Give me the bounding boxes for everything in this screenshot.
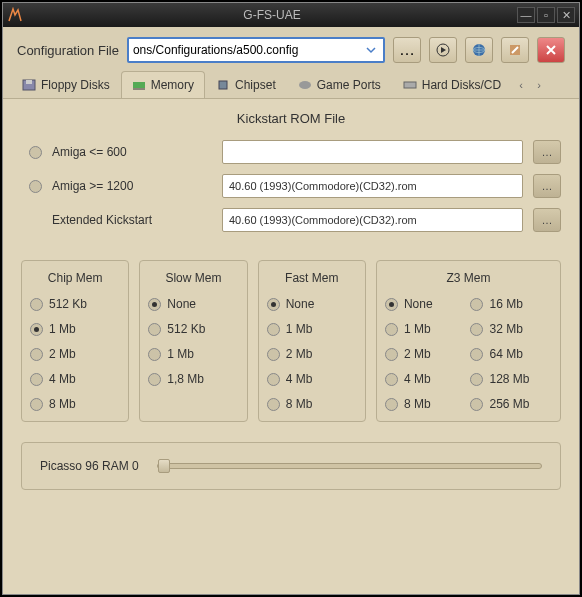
mem-option[interactable]: 32 Mb — [470, 322, 552, 336]
mem-option[interactable]: 1 Mb — [267, 322, 357, 336]
svg-rect-7 — [219, 81, 227, 89]
tab-label: Hard Disks/CD — [422, 78, 501, 92]
mem-option[interactable]: 1 Mb — [30, 322, 120, 336]
mem-option[interactable]: 1 Mb — [148, 347, 238, 361]
chevron-down-icon[interactable] — [363, 42, 379, 58]
radio-icon[interactable] — [385, 398, 398, 411]
radio-icon[interactable] — [385, 348, 398, 361]
mem-option-label: 1 Mb — [167, 347, 194, 361]
radio-icon[interactable] — [148, 373, 161, 386]
radio-icon[interactable] — [30, 348, 43, 361]
radio-icon[interactable] — [267, 398, 280, 411]
mem-option-label: 1 Mb — [49, 322, 76, 336]
tab-game-ports[interactable]: Game Ports — [287, 71, 392, 98]
radio-icon[interactable] — [470, 348, 483, 361]
fast-mem-group: Fast Mem None1 Mb2 Mb4 Mb8 Mb — [258, 260, 366, 422]
radio-amiga600[interactable] — [29, 146, 42, 159]
globe-button[interactable] — [465, 37, 493, 63]
mem-option[interactable]: 8 Mb — [30, 397, 120, 411]
mem-option[interactable]: 512 Kb — [148, 322, 238, 336]
edit-button[interactable] — [501, 37, 529, 63]
kickstart-input-extended[interactable] — [222, 208, 523, 232]
tab-floppy-disks[interactable]: Floppy Disks — [11, 71, 121, 98]
delete-button[interactable] — [537, 37, 565, 63]
radio-icon[interactable] — [470, 298, 483, 311]
tab-hard-disks[interactable]: Hard Disks/CD — [392, 71, 512, 98]
browse-button[interactable]: … — [533, 140, 561, 164]
mem-option-label: 64 Mb — [489, 347, 522, 361]
mem-option-label: 512 Kb — [167, 322, 205, 336]
radio-icon[interactable] — [148, 298, 161, 311]
radio-icon[interactable] — [385, 373, 398, 386]
mem-option[interactable]: 4 Mb — [385, 372, 467, 386]
tab-chipset[interactable]: Chipset — [205, 71, 287, 98]
radio-icon[interactable] — [470, 373, 483, 386]
mem-option-label: 8 Mb — [49, 397, 76, 411]
mem-option[interactable]: 16 Mb — [470, 297, 552, 311]
mem-option[interactable]: 1,8 Mb — [148, 372, 238, 386]
mem-option-label: 8 Mb — [286, 397, 313, 411]
mem-option[interactable]: 2 Mb — [30, 347, 120, 361]
kickstart-title: Kickstart ROM File — [21, 111, 561, 126]
toolbar: Configuration File … — [3, 27, 579, 71]
kickstart-input-amiga1200[interactable] — [222, 174, 523, 198]
kickstart-input-amiga600[interactable] — [222, 140, 523, 164]
radio-icon[interactable] — [267, 323, 280, 336]
mem-option[interactable]: 64 Mb — [470, 347, 552, 361]
kickstart-row-amiga600: Amiga <= 600 … — [21, 140, 561, 164]
config-file-input[interactable] — [133, 43, 363, 57]
mem-option-label: 4 Mb — [49, 372, 76, 386]
browse-config-button[interactable]: … — [393, 37, 421, 63]
mem-option[interactable]: None — [148, 297, 238, 311]
radio-amiga1200[interactable] — [29, 180, 42, 193]
mem-option[interactable]: 128 Mb — [470, 372, 552, 386]
radio-icon[interactable] — [267, 298, 280, 311]
radio-icon[interactable] — [267, 348, 280, 361]
radio-icon[interactable] — [30, 398, 43, 411]
mem-option-label: 512 Kb — [49, 297, 87, 311]
group-title: Chip Mem — [30, 271, 120, 285]
radio-icon[interactable] — [30, 323, 43, 336]
tab-memory[interactable]: Memory — [121, 71, 205, 98]
mem-option-label: 1 Mb — [286, 322, 313, 336]
tab-label: Game Ports — [317, 78, 381, 92]
radio-icon[interactable] — [385, 323, 398, 336]
mem-option-label: 1 Mb — [404, 322, 431, 336]
radio-icon[interactable] — [30, 298, 43, 311]
mem-option[interactable]: 512 Kb — [30, 297, 120, 311]
svg-rect-5 — [26, 80, 32, 84]
radio-icon[interactable] — [148, 323, 161, 336]
mem-option-label: 8 Mb — [404, 397, 431, 411]
picasso-ram-label: Picasso 96 RAM 0 — [40, 459, 139, 473]
kickstart-row-extended: Extended Kickstart … — [21, 208, 561, 232]
mem-option[interactable]: 1 Mb — [385, 322, 467, 336]
picasso-ram-slider[interactable] — [157, 463, 542, 469]
maximize-button[interactable]: ▫ — [537, 7, 555, 23]
mem-option[interactable]: None — [385, 297, 467, 311]
mem-option[interactable]: 2 Mb — [267, 347, 357, 361]
close-button[interactable]: ✕ — [557, 7, 575, 23]
mem-option[interactable]: 4 Mb — [267, 372, 357, 386]
kickstart-label: Amiga <= 600 — [52, 145, 212, 159]
tab-scroll-left[interactable]: ‹ — [512, 73, 530, 97]
slider-thumb[interactable] — [158, 459, 170, 473]
radio-icon[interactable] — [148, 348, 161, 361]
mem-option[interactable]: None — [267, 297, 357, 311]
browse-button[interactable]: … — [533, 174, 561, 198]
radio-icon[interactable] — [385, 298, 398, 311]
browse-button[interactable]: … — [533, 208, 561, 232]
radio-icon[interactable] — [470, 323, 483, 336]
mem-option[interactable]: 8 Mb — [385, 397, 467, 411]
z3-mem-group: Z3 Mem None1 Mb2 Mb4 Mb8 Mb 16 Mb32 Mb64… — [376, 260, 561, 422]
minimize-button[interactable]: — — [517, 7, 535, 23]
radio-icon[interactable] — [30, 373, 43, 386]
tab-scroll-right[interactable]: › — [530, 73, 548, 97]
mem-option[interactable]: 256 Mb — [470, 397, 552, 411]
radio-icon[interactable] — [470, 398, 483, 411]
play-button[interactable] — [429, 37, 457, 63]
mem-option[interactable]: 8 Mb — [267, 397, 357, 411]
radio-icon[interactable] — [267, 373, 280, 386]
config-file-combo[interactable] — [127, 37, 385, 63]
mem-option[interactable]: 4 Mb — [30, 372, 120, 386]
mem-option[interactable]: 2 Mb — [385, 347, 467, 361]
